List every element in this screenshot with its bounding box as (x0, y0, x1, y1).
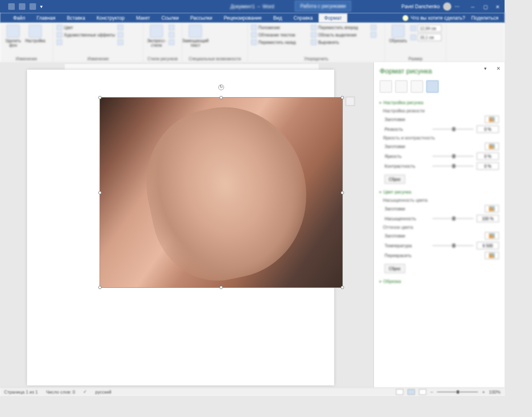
selection-pane-button[interactable]: Область выделения (311, 32, 368, 38)
contrast-value[interactable]: 0 % (477, 162, 499, 170)
undo-icon[interactable] (19, 3, 25, 10)
resize-handle-ml[interactable] (98, 191, 102, 194)
qat-more-icon[interactable]: ▾ (40, 4, 43, 9)
sharpness-slider[interactable] (432, 129, 473, 130)
temperature-slider[interactable] (432, 245, 473, 246)
section-head-corrections[interactable]: Настройка рисунка (380, 100, 499, 105)
save-icon[interactable] (8, 3, 15, 10)
temperature-value[interactable]: 6 500 (477, 242, 499, 249)
send-backward-button[interactable]: Переместить вперед (311, 25, 368, 30)
document-page[interactable] (27, 70, 334, 385)
resize-handle-bl[interactable] (98, 286, 102, 289)
sharpness-presets-button[interactable] (485, 116, 499, 123)
compress-button[interactable] (57, 39, 115, 45)
color-button[interactable]: Цвет (57, 25, 115, 30)
position-button[interactable]: Положение (251, 25, 308, 30)
view-read-button[interactable] (396, 389, 403, 395)
pane-tab-layout[interactable] (411, 80, 423, 93)
contrast-slider[interactable] (432, 166, 473, 166)
reset-picture-icon[interactable] (118, 32, 123, 38)
pane-tab-fill[interactable] (380, 80, 392, 93)
height-field[interactable]: 12,84 см (410, 25, 441, 32)
artistic-effects-button[interactable]: Художественные эффекты (57, 32, 115, 38)
sharpness-value[interactable]: 0 % (477, 125, 499, 133)
options-icon[interactable]: ⋯ (455, 4, 460, 9)
recolor-button[interactable] (485, 252, 499, 259)
width-field[interactable]: 16,1 см (410, 34, 441, 41)
view-web-button[interactable] (419, 389, 426, 395)
layout-icon[interactable] (169, 39, 174, 45)
crop-button[interactable]: Обрезать (388, 25, 408, 43)
resize-handle-tl[interactable] (98, 96, 102, 99)
tell-me-search[interactable]: Что вы хотите сделать? (403, 15, 465, 21)
tab-layout[interactable]: Макет (130, 14, 156, 23)
page-indicator[interactable]: Страница 1 из 1 (4, 390, 38, 394)
tone-presets-button[interactable] (485, 232, 499, 239)
bring-forward-button[interactable]: Переместить назад (251, 39, 308, 45)
align-button[interactable]: Выровнять (311, 39, 368, 45)
alt-text-button[interactable]: Замещающий текст (186, 25, 205, 48)
zoom-slider[interactable] (437, 392, 478, 392)
group-icon[interactable] (371, 25, 376, 30)
wrap-text-button[interactable]: Обтекание текстом (251, 32, 308, 38)
rotate-icon[interactable] (371, 32, 376, 38)
tab-insert[interactable]: Вставка (61, 14, 91, 23)
tab-view[interactable]: Вид (267, 14, 288, 23)
resize-handle-br[interactable] (341, 286, 344, 289)
resize-handle-mr[interactable] (341, 191, 344, 194)
resize-handle-bm[interactable] (220, 286, 223, 289)
minimize-button[interactable]: ─ (471, 4, 476, 9)
close-button[interactable]: ✕ (496, 4, 500, 9)
effects-icon[interactable] (169, 32, 174, 38)
rotate-handle[interactable] (218, 84, 224, 90)
presets-label-4: Заготовки (385, 233, 405, 238)
border-icon[interactable] (169, 25, 174, 30)
share-button[interactable]: Поделиться (471, 15, 498, 21)
brightness-slider[interactable] (432, 156, 473, 157)
workspace: ▾ ✕ Формат рисунка Настройка рисунка Нас… (0, 62, 505, 387)
saturation-presets-button[interactable] (485, 205, 499, 212)
layout-options-button[interactable] (346, 97, 355, 106)
brightness-value[interactable]: 0 % (477, 153, 499, 160)
section-head-color[interactable]: Цвет рисунка (380, 189, 499, 194)
change-picture-icon[interactable] (118, 25, 123, 30)
reset-color-button[interactable]: Сброс (385, 264, 405, 273)
tab-design[interactable]: Конструктор (91, 14, 130, 23)
view-print-button[interactable] (407, 389, 415, 395)
word-count[interactable]: Число слов: 0 (46, 390, 75, 394)
transparency-icon[interactable] (118, 39, 123, 45)
resize-handle-tm[interactable] (220, 96, 223, 99)
maximize-button[interactable]: ▢ (483, 4, 488, 9)
window-title: Документ1 – Word (230, 4, 274, 9)
corrections-button[interactable]: Настройка (25, 25, 45, 43)
redo-icon[interactable] (29, 3, 36, 10)
zoom-level[interactable]: 100% (489, 390, 500, 394)
tab-help[interactable]: Справка (288, 14, 319, 23)
section-head-crop[interactable]: Обрезка (380, 279, 499, 284)
zoom-out-button[interactable]: − (430, 390, 433, 394)
language-indicator[interactable]: русский (95, 390, 111, 394)
pane-tab-picture[interactable] (426, 80, 439, 93)
user-avatar[interactable] (443, 2, 451, 11)
spell-check-icon[interactable]: ✓ (83, 389, 87, 394)
document-area[interactable] (0, 62, 374, 387)
saturation-value[interactable]: 100 % (477, 215, 499, 222)
horizontal-ruler[interactable] (65, 64, 319, 70)
user-name: Pavel Danchenko (401, 4, 440, 9)
reset-corrections-button[interactable]: Сброс (385, 175, 405, 184)
tab-references[interactable]: Ссылки (156, 14, 184, 23)
pane-tab-effects[interactable] (395, 80, 407, 93)
tab-review[interactable]: Рецензирование (218, 14, 267, 23)
tab-format[interactable]: Формат (319, 14, 348, 23)
tab-mailings[interactable]: Рассылки (184, 14, 218, 23)
resize-handle-tr[interactable] (341, 96, 344, 99)
tab-file[interactable]: Файл (7, 14, 31, 23)
tab-home[interactable]: Главная (31, 14, 61, 23)
zoom-in-button[interactable]: + (482, 390, 484, 394)
saturation-slider[interactable] (432, 218, 473, 219)
position-icon (251, 25, 257, 30)
picture-styles-button[interactable]: Экспресс- стили (147, 25, 166, 48)
brightness-presets-button[interactable] (485, 143, 499, 150)
selected-image[interactable] (100, 97, 343, 288)
remove-background-button[interactable]: Удалить фон (3, 25, 23, 48)
